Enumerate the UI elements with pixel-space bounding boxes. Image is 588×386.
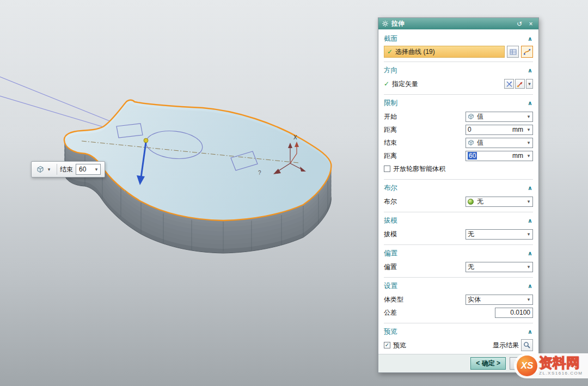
dialog-titlebar[interactable]: 拉伸 ↺ × [378,18,538,29]
offset-group: 偏置 ∧ 偏置 无 ▾ [384,245,533,278]
ok-button[interactable]: < 确定 > [470,357,506,370]
open-profile-label: 开放轮廓智能体积 [393,164,445,174]
boolean-label: 布尔 [384,197,397,206]
vector-origin-point[interactable] [144,138,148,143]
mini-end-distance-input[interactable]: 60 ▾ [76,164,101,175]
show-result-label: 显示结果 [493,341,519,350]
direction-group: 方向 ∧ ✓指定矢量 [384,62,533,95]
chevron-up-icon[interactable]: ∧ [528,35,532,42]
body-type-label: 体类型 [384,295,403,304]
tolerance-input[interactable]: 0.0100 [495,308,533,318]
section-group: 截面 ∧ ✓ 选择曲线 (19) [384,30,533,62]
draft-group: 拔模 ∧ 拔模 无 ▾ [384,212,533,245]
end-limit-value: 值 [475,138,525,148]
axis-x-label: X [293,134,297,140]
reset-icon[interactable]: ↺ [515,20,524,28]
mini-end-label: 结束 [60,165,73,174]
tolerance-value[interactable]: 0.0100 [510,309,530,316]
watermark-url: ZL.XS1616.COM [539,371,583,376]
dropdown-arrow-icon[interactable]: ▾ [525,127,532,132]
section-header: 截面 [384,34,397,44]
watermark-logo: XS [517,356,537,376]
mini-end-distance-value[interactable]: 60 [76,166,93,173]
body-type-value: 实体 [466,295,525,304]
end-distance-unit: mm [512,152,525,160]
inferred-vector-button[interactable] [504,79,514,89]
start-label: 开始 [384,112,397,121]
crossed-axes-icon [506,81,513,88]
start-distance-input[interactable]: 0 mm ▾ [465,125,533,135]
list-icon [510,48,517,56]
tolerance-label: 公差 [384,308,397,317]
sketch-section-button[interactable] [521,46,533,58]
curve-rule-button[interactable] [507,46,519,58]
end-distance-label: 距离 [384,151,397,161]
limit-type-dropdown-button[interactable]: ▾ [35,165,54,174]
open-profile-checkbox[interactable] [384,166,390,172]
dropdown-arrow-icon: ▾ [525,231,532,237]
boolean-value: 无 [475,197,525,206]
start-limit-value: 值 [475,112,525,121]
settings-header: 设置 [384,281,397,291]
dropdown-arrow-icon: ▾ [525,199,532,204]
chevron-up-icon[interactable]: ∧ [528,283,532,290]
cube-icon [466,139,475,146]
boolean-group: 布尔 ∧ 布尔 无 ▾ [384,180,533,212]
start-limit-dropdown[interactable]: 值 ▾ [465,112,533,122]
specify-vector-label: 指定矢量 [392,80,418,88]
boolean-none-icon [466,199,475,205]
dropdown-arrow-icon[interactable]: ▾ [93,167,100,172]
magnifier-icon [523,341,531,349]
select-curve-row[interactable]: ✓ 选择曲线 (19) [384,46,505,58]
dropdown-arrow-icon: ▾ [525,264,532,269]
chevron-up-icon[interactable]: ∧ [528,67,532,74]
start-distance-unit: mm [512,126,525,133]
start-distance-value[interactable]: 0 [466,126,512,133]
direction-header: 方向 [384,66,397,75]
chevron-up-icon[interactable]: ∧ [528,217,532,224]
dropdown-arrow-icon: ▾ [525,297,532,302]
chevron-up-icon[interactable]: ∧ [528,185,532,192]
dropdown-arrow-icon: ▾ [525,114,532,119]
draft-dropdown[interactable]: 无 ▾ [465,229,533,240]
watermark-brand: 资料网 [539,356,583,370]
preview-label: 预览 [393,341,406,350]
vector-options-dropdown[interactable]: ▾ [526,79,533,89]
end-label: 结束 [384,138,397,148]
toolbar-divider [57,164,57,175]
dialog-body: 截面 ∧ ✓ 选择曲线 (19) [378,29,538,354]
draft-label: 拔模 [384,230,397,239]
end-limit-dropdown[interactable]: 值 ▾ [465,138,533,148]
end-distance-input[interactable]: 60 mm ▾ [465,151,533,161]
boolean-dropdown[interactable]: 无 ▾ [465,197,533,207]
cube-icon [466,113,475,120]
limits-header: 限制 [384,99,397,108]
offset-label: 偏置 [384,262,397,272]
dropdown-arrow-icon[interactable]: ▾ [525,153,532,158]
chevron-up-icon[interactable]: ∧ [528,328,532,335]
vector-arrow-icon [517,81,524,88]
specify-vector-row: ✓指定矢量 [384,79,418,89]
midpoint-plus-marker: + [123,188,127,196]
extrude-dialog: 拉伸 ↺ × 截面 ∧ ✓ 选择曲线 (19) [378,17,539,373]
dropdown-arrow-icon: ▾ [526,81,532,87]
boolean-header: 布尔 [384,183,397,193]
site-watermark: XS 资料网 ZL.XS1616.COM [514,353,588,378]
select-curve-label: 选择曲线 (19) [395,47,435,57]
preview-header: 预览 [384,327,397,336]
close-icon[interactable]: × [526,20,535,28]
offset-header: 偏置 [384,249,397,258]
chevron-up-icon[interactable]: ∧ [528,100,532,107]
dropdown-arrow-icon: ▾ [45,167,53,172]
preview-checkbox[interactable]: ✓ [384,342,390,348]
offset-dropdown[interactable]: 无 ▾ [465,262,533,272]
vector-dialog-button[interactable] [515,79,525,89]
body-type-dropdown[interactable]: 实体 ▾ [465,295,533,305]
show-result-button[interactable] [521,339,533,351]
start-distance-label: 距离 [384,125,397,134]
constraint-question-marker: ? [258,170,261,176]
gear-icon [382,20,389,27]
end-distance-value[interactable]: 60 [468,152,477,160]
settings-group: 设置 ∧ 体类型 实体 ▾ 公差 0.0100 [384,278,533,323]
chevron-up-icon[interactable]: ∧ [528,250,532,257]
